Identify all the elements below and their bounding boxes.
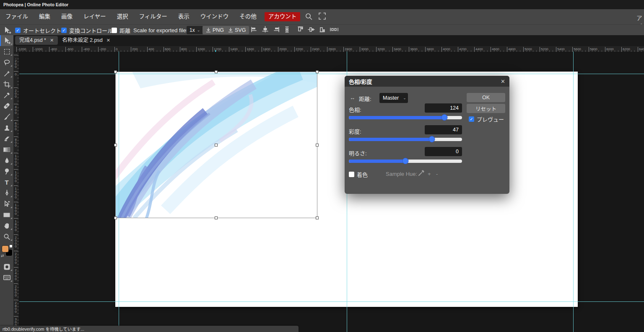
colorize-checkbox[interactable]	[349, 172, 354, 177]
dialog-titlebar[interactable]: 色相/彩度 ✕	[345, 76, 509, 87]
transform-handle-top-right[interactable]	[316, 70, 319, 73]
menu-edit[interactable]: 編集	[34, 9, 56, 24]
align-right-icon[interactable]	[273, 26, 280, 34]
clone-stamp-tool[interactable]	[0, 122, 13, 133]
transform-controls-option[interactable]: 変換コントロール	[61, 25, 113, 36]
channel-dropdown[interactable]: Master ⌄	[379, 93, 408, 103]
color-swatches[interactable]: ⇄	[0, 244, 13, 260]
menu-filter[interactable]: フィルター	[134, 9, 173, 24]
align-center-horizontal-icon[interactable]	[262, 26, 269, 34]
foreground-color-swatch[interactable]	[2, 245, 9, 252]
guide-horizontal-top[interactable]	[19, 74, 644, 74]
transform-handle-center[interactable]	[215, 144, 218, 147]
menu-view[interactable]: 表示	[173, 9, 195, 24]
rectangle-select-tool[interactable]	[0, 46, 13, 57]
tab-document-2[interactable]: 名称未設定 2.psd ✕	[58, 36, 114, 45]
colorize-option[interactable]: 着色	[349, 170, 368, 178]
sample-hue-add-button[interactable]: +	[428, 171, 431, 177]
lightness-slider[interactable]	[349, 160, 462, 163]
distance-option[interactable]: 距離	[112, 25, 130, 36]
preview-checkbox[interactable]	[469, 116, 474, 122]
quick-mask-tool[interactable]	[0, 261, 13, 272]
fullscreen-icon[interactable]	[319, 13, 326, 21]
menu-select[interactable]: 選択	[112, 9, 134, 24]
eraser-tool[interactable]	[0, 133, 13, 144]
brush-tool[interactable]	[0, 111, 13, 122]
reset-button[interactable]: リセット	[467, 104, 505, 113]
eyedropper-tool[interactable]	[0, 90, 13, 100]
menu-file[interactable]: ファイル	[0, 9, 34, 24]
align-top-icon[interactable]	[297, 26, 304, 34]
saturation-input[interactable]	[425, 125, 462, 134]
export-png-button[interactable]: PNG	[203, 25, 227, 36]
transform-handle-bottom-center[interactable]	[215, 216, 218, 219]
close-icon[interactable]: ✕	[106, 36, 110, 45]
crop-tool[interactable]	[0, 79, 13, 90]
path-select-tool[interactable]	[0, 198, 13, 209]
hue-slider-thumb[interactable]	[441, 114, 448, 121]
pen-tool[interactable]	[0, 188, 13, 198]
distribute-horizontal-icon[interactable]	[330, 26, 339, 34]
export-svg-button[interactable]: SVG	[225, 25, 249, 36]
align-middle-icon[interactable]	[308, 26, 315, 34]
align-bottom-icon[interactable]	[319, 26, 326, 34]
gradient-tool[interactable]	[0, 144, 13, 155]
transform-handle-bottom-left[interactable]	[114, 216, 117, 219]
tab-document-1[interactable]: 完成4.psd * ✕	[15, 36, 58, 45]
zoom-tool[interactable]	[0, 231, 13, 242]
menu-more[interactable]: その他	[234, 9, 262, 24]
ok-button[interactable]: OK	[467, 93, 505, 102]
sample-hue-subtract-button[interactable]: -	[436, 171, 438, 177]
saturation-slider[interactable]	[349, 138, 462, 141]
distribute-vertical-icon[interactable]	[283, 26, 291, 34]
hue-input[interactable]	[425, 103, 462, 113]
transform-bounding-box[interactable]	[115, 72, 317, 218]
menu-window[interactable]: ウインドウ	[195, 9, 234, 24]
rectangle-shape-tool[interactable]	[0, 209, 13, 220]
swap-colors-icon[interactable]: ⇄	[1, 254, 4, 258]
transform-handle-middle-right[interactable]	[316, 144, 319, 147]
close-icon[interactable]: ✕	[50, 36, 54, 45]
transform-handle-bottom-right[interactable]	[316, 216, 319, 219]
guide-vertical-right[interactable]	[573, 51, 574, 332]
hand-tool[interactable]	[0, 220, 13, 231]
hue-slider[interactable]	[349, 116, 462, 119]
close-icon[interactable]: ✕	[501, 78, 505, 85]
v-ruler-label: 1200	[14, 169, 18, 182]
type-tool[interactable]: T	[0, 177, 13, 188]
menu-layer[interactable]: レイヤー	[78, 9, 112, 24]
sample-hue-eyedropper-icon[interactable]	[418, 169, 425, 178]
menu-image[interactable]: 画像	[56, 9, 78, 24]
move-tool[interactable]	[0, 35, 13, 46]
dodge-tool[interactable]	[0, 166, 13, 177]
transform-handle-middle-left[interactable]	[114, 144, 117, 147]
lightness-input[interactable]	[425, 147, 462, 156]
transform-controls-checkbox[interactable]	[61, 28, 67, 33]
preview-option[interactable]: プレヴュー	[469, 115, 504, 123]
transform-handle-top-center[interactable]	[215, 70, 218, 73]
horizontal-ruler[interactable]: -1200-1000-800-600-400-20002004006008001…	[13, 46, 644, 52]
canvas-viewport[interactable]	[19, 52, 644, 332]
scale-dropdown[interactable]: 1x⌄	[187, 25, 203, 36]
account-button[interactable]: アカウント	[265, 12, 301, 21]
transform-controls-label: 変換コントロール	[69, 26, 113, 34]
auto-select-label: オートセレクト	[23, 26, 61, 34]
v-ruler-label: 200	[14, 88, 18, 98]
keyboard-tool[interactable]	[0, 272, 13, 283]
magic-wand-tool[interactable]	[0, 68, 13, 79]
align-left-icon[interactable]	[251, 26, 258, 34]
distance-checkbox[interactable]	[112, 28, 117, 33]
healing-brush-tool[interactable]	[0, 100, 13, 111]
saturation-slider-thumb[interactable]	[429, 136, 435, 142]
auto-select-option[interactable]: オートセレクト	[15, 25, 61, 36]
lasso-tool[interactable]	[0, 57, 13, 68]
saturation-label: 彩度:	[349, 127, 361, 135]
search-icon[interactable]	[305, 13, 313, 22]
transform-handle-top-left[interactable]	[114, 70, 117, 73]
blur-tool[interactable]	[0, 155, 13, 166]
vertical-ruler[interactable]: -200020040060080010001200140016001800200…	[13, 52, 19, 332]
guide-horizontal-bottom[interactable]	[19, 301, 644, 302]
lightness-slider-thumb[interactable]	[402, 158, 409, 164]
hue-saturation-dialog[interactable]: 色相/彩度 ✕ ↔ 距離: Master ⌄ OK 色相: リセット プレヴュー…	[345, 76, 509, 194]
auto-select-checkbox[interactable]	[15, 28, 21, 33]
